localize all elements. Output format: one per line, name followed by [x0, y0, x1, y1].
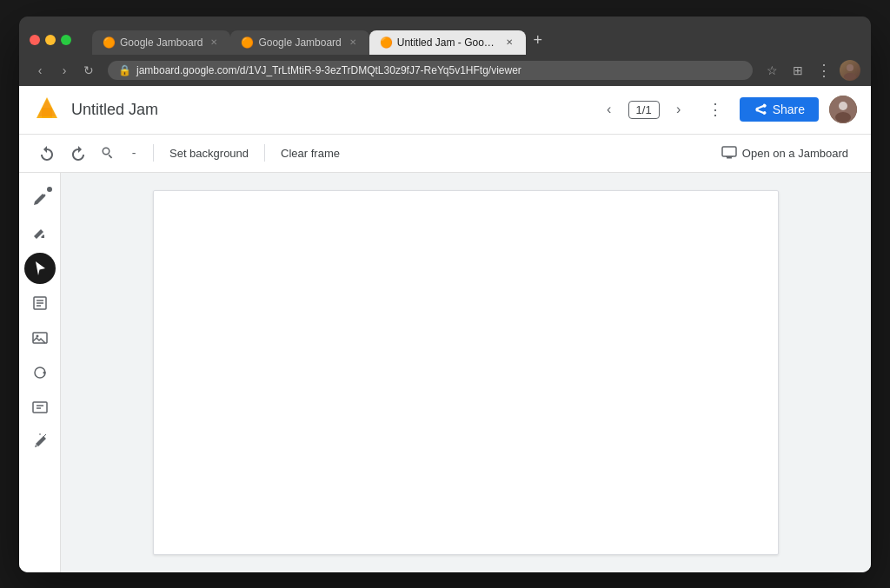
undo-icon — [39, 145, 55, 161]
user-avatar[interactable] — [829, 96, 857, 123]
select-tool-button[interactable] — [24, 253, 56, 284]
text-box-icon — [31, 399, 49, 416]
address-bar: ‹ › ↻ 🔒 jamboard.google.com/d/1VJ_TrLtMt… — [19, 55, 871, 86]
tab-3-close[interactable]: ✕ — [503, 36, 515, 49]
shape-tool-button[interactable] — [24, 357, 56, 388]
laser-icon — [31, 433, 49, 451]
more-options-button[interactable]: ⋮ — [701, 96, 729, 123]
next-page-button[interactable]: › — [667, 97, 691, 122]
pen-tool-badge — [47, 187, 52, 192]
app-title: Untitled Jam — [71, 101, 587, 119]
traffic-lights — [30, 35, 71, 45]
pen-tool-button[interactable] — [24, 183, 56, 215]
circle-icon — [31, 364, 49, 381]
prev-page-button[interactable]: ‹ — [597, 97, 621, 122]
new-tab-button[interactable]: + — [526, 29, 550, 53]
monitor-icon — [721, 145, 737, 161]
svg-rect-15 — [33, 333, 47, 343]
svg-point-18 — [43, 371, 45, 373]
reload-button[interactable]: ↻ — [78, 60, 99, 81]
app-content: Untitled Jam ‹ 1/1 › ⋮ Share — [19, 86, 871, 572]
main-area — [19, 173, 871, 572]
open-on-jamboard-button[interactable]: Open on a Jamboard — [713, 142, 857, 164]
page-navigation: ‹ 1/1 › — [597, 97, 691, 122]
redo-icon — [70, 145, 86, 161]
bookmark-button[interactable]: ☆ — [761, 60, 782, 81]
tab-1-close[interactable]: ✕ — [208, 36, 220, 49]
profile-avatar[interactable] — [840, 60, 860, 81]
back-button[interactable]: ‹ — [30, 60, 50, 81]
share-icon — [754, 102, 767, 116]
side-toolbar — [19, 173, 61, 572]
set-background-button[interactable]: Set background — [161, 143, 257, 163]
tab-1-title: Google Jamboard — [120, 36, 203, 49]
share-label: Share — [773, 102, 805, 116]
browser-tab-3[interactable]: 🟠 Untitled Jam - Google Jambo... ✕ — [369, 30, 526, 55]
browser-window: 🟠 Google Jamboard ✕ 🟠 Google Jamboard ✕ … — [19, 17, 871, 572]
tab-3-title: Untitled Jam - Google Jambo... — [397, 36, 498, 49]
svg-rect-8 — [722, 147, 736, 156]
tab-2-title: Google Jamboard — [258, 36, 341, 49]
svg-point-6 — [839, 102, 847, 110]
eraser-tool-button[interactable] — [24, 218, 56, 249]
main-toolbar: - Set background Clear frame Open on a J… — [19, 135, 871, 173]
eraser-icon — [31, 225, 49, 242]
svg-rect-9 — [727, 157, 732, 159]
toolbar-divider-2 — [264, 144, 265, 162]
zoom-minus-button[interactable]: - — [122, 141, 146, 165]
tabs-bar: 🟠 Google Jamboard ✕ 🟠 Google Jamboard ✕ … — [85, 29, 557, 55]
app-header: Untitled Jam ‹ 1/1 › ⋮ Share — [19, 86, 871, 135]
lock-icon: 🔒 — [118, 64, 131, 76]
address-input[interactable]: 🔒 jamboard.google.com/d/1VJ_TrLtMtiR-9-3… — [108, 61, 753, 80]
canvas-area — [61, 173, 871, 572]
forward-button[interactable]: › — [54, 60, 75, 81]
nav-buttons: ‹ › ↻ — [30, 60, 99, 81]
close-window-button[interactable] — [30, 35, 40, 45]
browser-chrome: 🟠 Google Jamboard ✕ 🟠 Google Jamboard ✕ … — [19, 17, 871, 86]
zoom-icon-button[interactable] — [96, 141, 120, 165]
image-icon — [31, 329, 49, 347]
tab-2-favicon: 🟠 — [241, 36, 253, 49]
jam-frame[interactable] — [153, 190, 779, 555]
toolbar-divider-1 — [153, 144, 154, 162]
sticky-note-icon — [31, 294, 49, 312]
sticky-note-tool-button[interactable] — [24, 287, 56, 319]
browser-tab-1[interactable]: 🟠 Google Jamboard ✕ — [92, 30, 230, 55]
minimize-window-button[interactable] — [45, 35, 56, 45]
redo-button[interactable] — [64, 139, 92, 167]
pen-icon — [31, 190, 49, 208]
zoom-control: - — [96, 141, 146, 165]
extensions-button[interactable]: ⊞ — [787, 60, 808, 81]
tab-1-favicon: 🟠 — [103, 36, 115, 49]
svg-point-7 — [835, 112, 851, 122]
magnify-icon — [100, 145, 116, 161]
title-bar: 🟠 Google Jamboard ✕ 🟠 Google Jamboard ✕ … — [19, 17, 871, 55]
open-jamboard-label: Open on a Jamboard — [742, 147, 848, 160]
address-text: jamboard.google.com/d/1VJ_TrLtMtiR-9-3ez… — [136, 64, 521, 76]
svg-line-23 — [43, 434, 46, 437]
maximize-window-button[interactable] — [61, 35, 71, 45]
share-button[interactable]: Share — [740, 97, 819, 122]
svg-rect-19 — [33, 402, 47, 413]
clear-frame-button[interactable]: Clear frame — [272, 143, 349, 163]
undo-button[interactable] — [33, 139, 61, 167]
browser-actions: ☆ ⊞ ⋮ — [761, 60, 860, 81]
laser-pointer-tool-button[interactable] — [24, 426, 56, 458]
image-tool-button[interactable] — [24, 322, 56, 353]
browser-tab-2[interactable]: 🟠 Google Jamboard ✕ — [230, 30, 369, 55]
select-icon — [31, 260, 49, 277]
text-box-tool-button[interactable] — [24, 392, 56, 423]
svg-point-0 — [847, 64, 853, 71]
svg-point-1 — [844, 73, 856, 80]
tab-2-close[interactable]: ✕ — [347, 36, 359, 49]
header-right: ⋮ Share — [701, 96, 857, 123]
svg-rect-10 — [726, 156, 733, 157]
svg-marker-4 — [38, 99, 56, 116]
tab-3-favicon: 🟠 — [380, 36, 392, 49]
browser-menu-button[interactable]: ⋮ — [814, 60, 834, 81]
app-logo — [33, 96, 61, 123]
page-indicator: 1/1 — [628, 101, 660, 119]
